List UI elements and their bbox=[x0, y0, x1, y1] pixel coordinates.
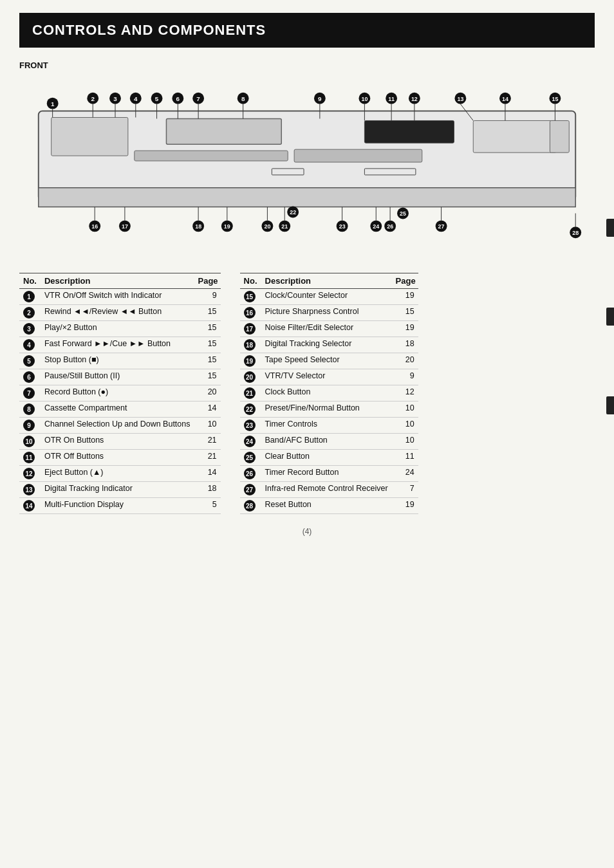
item-page: 21 bbox=[194, 434, 221, 450]
item-description: Picture Sharpness Control bbox=[261, 305, 392, 321]
num-badge: 5 bbox=[23, 355, 35, 367]
num-badge: 11 bbox=[23, 452, 35, 463]
num-badge: 24 bbox=[244, 436, 256, 447]
item-number: 9 bbox=[19, 418, 41, 434]
table-row: 15 Clock/Counter Selector 19 bbox=[240, 289, 418, 305]
item-number: 6 bbox=[19, 369, 41, 385]
item-number: 16 bbox=[240, 305, 261, 321]
svg-text:1: 1 bbox=[51, 100, 55, 107]
item-number: 15 bbox=[240, 289, 261, 305]
item-page: 15 bbox=[392, 305, 418, 321]
right-col-desc: Description bbox=[261, 273, 392, 289]
item-page: 9 bbox=[392, 369, 418, 385]
table-row: 27 Infra-red Remote Control Receiver 7 bbox=[240, 482, 418, 498]
num-badge: 18 bbox=[244, 339, 256, 351]
tables-container: No. Description Page 1 VTR On/Off Switch… bbox=[19, 273, 595, 514]
diagram-area: 1 2 3 4 5 6 7 8 9 10 11 12 13 14 15 bbox=[19, 75, 595, 257]
svg-text:7: 7 bbox=[196, 95, 200, 102]
item-number: 1 bbox=[19, 289, 41, 305]
item-number: 20 bbox=[240, 369, 261, 385]
table-row: 9 Channel Selection Up and Down Buttons … bbox=[19, 418, 221, 434]
item-page: 15 bbox=[194, 337, 221, 353]
svg-text:19: 19 bbox=[224, 223, 230, 230]
item-number: 11 bbox=[19, 450, 41, 466]
svg-text:25: 25 bbox=[400, 210, 406, 217]
svg-text:17: 17 bbox=[122, 223, 128, 230]
item-page: 5 bbox=[194, 498, 221, 514]
table-row: 14 Multi-Function Display 5 bbox=[19, 498, 221, 514]
svg-text:2: 2 bbox=[91, 95, 95, 102]
item-number: 3 bbox=[19, 321, 41, 337]
item-description: Clock Button bbox=[261, 385, 392, 402]
svg-text:27: 27 bbox=[438, 223, 445, 230]
item-page: 15 bbox=[194, 369, 221, 385]
section-front-label: FRONT bbox=[19, 60, 595, 70]
num-badge: 9 bbox=[23, 420, 35, 431]
svg-text:13: 13 bbox=[457, 96, 463, 102]
item-page: 19 bbox=[392, 321, 418, 337]
item-description: OTR Off Buttons bbox=[41, 450, 194, 466]
right-tab-3 bbox=[606, 396, 614, 414]
item-page: 20 bbox=[392, 353, 418, 369]
table-row: 26 Timer Record Button 24 bbox=[240, 466, 418, 482]
table-row: 12 Eject Button (▲) 14 bbox=[19, 466, 221, 482]
svg-text:5: 5 bbox=[155, 95, 159, 102]
item-description: Record Button (●) bbox=[41, 385, 194, 402]
item-page: 18 bbox=[392, 337, 418, 353]
svg-text:23: 23 bbox=[339, 223, 346, 230]
num-badge: 12 bbox=[23, 468, 35, 479]
item-number: 19 bbox=[240, 353, 261, 369]
num-badge: 19 bbox=[244, 355, 256, 367]
table-row: 2 Rewind ◄◄/Review ◄◄ Button 15 bbox=[19, 305, 221, 321]
item-description: Cassette Compartment bbox=[41, 402, 194, 418]
svg-rect-2 bbox=[166, 118, 281, 144]
item-number: 28 bbox=[240, 498, 261, 514]
svg-text:9: 9 bbox=[318, 95, 322, 102]
item-number: 5 bbox=[19, 353, 41, 369]
item-description: Band/AFC Button bbox=[261, 434, 392, 450]
item-description: VTR On/Off Switch with Indicator bbox=[41, 289, 194, 305]
num-badge: 17 bbox=[244, 323, 256, 335]
num-badge: 10 bbox=[23, 436, 35, 447]
svg-text:6: 6 bbox=[176, 95, 180, 102]
left-col-no: No. bbox=[19, 273, 41, 289]
table-row: 20 VTR/TV Selector 9 bbox=[240, 369, 418, 385]
item-page: 14 bbox=[194, 466, 221, 482]
item-number: 18 bbox=[240, 337, 261, 353]
item-number: 27 bbox=[240, 482, 261, 498]
item-number: 2 bbox=[19, 305, 41, 321]
left-table-wrapper: No. Description Page 1 VTR On/Off Switch… bbox=[19, 273, 221, 514]
right-tab-2 bbox=[606, 308, 614, 326]
item-description: Timer Controls bbox=[261, 418, 392, 434]
svg-rect-6 bbox=[473, 120, 556, 152]
item-description: Stop Button (■) bbox=[41, 353, 194, 369]
num-badge: 27 bbox=[244, 484, 256, 495]
table-row: 24 Band/AFC Button 10 bbox=[240, 434, 418, 450]
num-badge: 1 bbox=[23, 291, 35, 302]
item-description: Timer Record Button bbox=[261, 466, 392, 482]
item-page: 10 bbox=[392, 434, 418, 450]
table-row: 18 Digital Tracking Selector 18 bbox=[240, 337, 418, 353]
item-number: 22 bbox=[240, 402, 261, 418]
table-row: 22 Preset/Fine/Normal Button 10 bbox=[240, 402, 418, 418]
table-row: 28 Reset Button 19 bbox=[240, 498, 418, 514]
right-col-no: No. bbox=[240, 273, 261, 289]
item-page: 20 bbox=[194, 385, 221, 402]
svg-text:18: 18 bbox=[195, 223, 201, 230]
item-description: Eject Button (▲) bbox=[41, 466, 194, 482]
item-page: 24 bbox=[392, 466, 418, 482]
item-page: 14 bbox=[194, 402, 221, 418]
right-component-table: No. Description Page 15 Clock/Counter Se… bbox=[240, 273, 418, 514]
item-page: 11 bbox=[392, 450, 418, 466]
item-description: Digital Tracking Selector bbox=[261, 337, 392, 353]
table-row: 19 Tape Speed Selector 20 bbox=[240, 353, 418, 369]
item-page: 10 bbox=[392, 402, 418, 418]
num-badge: 21 bbox=[244, 387, 256, 399]
table-row: 17 Noise Filter/Edit Selector 19 bbox=[240, 321, 418, 337]
num-badge: 4 bbox=[23, 339, 35, 351]
svg-text:3: 3 bbox=[113, 95, 117, 102]
item-number: 8 bbox=[19, 402, 41, 418]
item-page: 12 bbox=[392, 385, 418, 402]
table-row: 16 Picture Sharpness Control 15 bbox=[240, 305, 418, 321]
svg-text:4: 4 bbox=[134, 95, 138, 102]
